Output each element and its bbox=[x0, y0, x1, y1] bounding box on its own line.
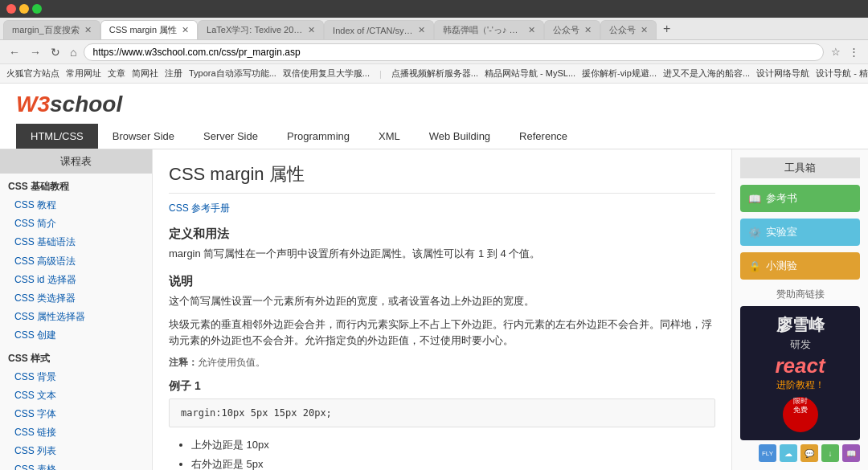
tab-1[interactable]: CSS margin 属性 ✕ bbox=[100, 20, 198, 39]
sidebar-link-css-bg[interactable]: CSS 背景 bbox=[0, 368, 152, 386]
page-title: CSS margin 属性 bbox=[169, 162, 715, 194]
new-tab-button[interactable]: + bbox=[657, 22, 677, 36]
nav-programming[interactable]: Programming bbox=[272, 124, 364, 149]
fly-icon-2[interactable]: 💬 bbox=[800, 444, 818, 462]
fly-icon-4[interactable]: 📖 bbox=[842, 444, 860, 462]
sidebar-section-css-styles: CSS 样式 bbox=[0, 345, 152, 368]
forward-button[interactable]: → bbox=[27, 46, 43, 59]
quiz-button[interactable]: 🔒 小测验 bbox=[740, 252, 860, 280]
reload-button[interactable]: ↻ bbox=[48, 46, 63, 59]
badge-text: 限时免费 bbox=[783, 397, 818, 415]
right-sidebar: 工具箱 📖 参考书 ⚙️ 实验室 🔒 小测验 赞助商链接 廖雪峰 研发 reac… bbox=[731, 149, 868, 470]
fly-icon-3[interactable]: ↓ bbox=[821, 444, 839, 462]
sidebar-link-css-id[interactable]: CSS id 选择器 bbox=[0, 271, 152, 289]
tab-2[interactable]: LaTeX学习: Texlive 2019和... ✕ bbox=[198, 20, 324, 39]
fly-icon-0[interactable]: FLY bbox=[759, 444, 776, 462]
tab-label: 公众号 bbox=[553, 24, 579, 36]
sponsor-title: 赞助商链接 bbox=[740, 288, 860, 301]
nav-reference[interactable]: Reference bbox=[505, 124, 582, 149]
tab-label: Index of /CTAN/systems/te... bbox=[333, 26, 413, 35]
bookmark-left-2[interactable]: 文章 bbox=[108, 67, 125, 80]
bookmark-left-6[interactable]: 双倍使用复旦大学服... bbox=[283, 67, 370, 80]
bookmarks-bar: 火狐官方站点 常用网址 文章 简网社 注册 Typora自动添写功能... 双倍… bbox=[0, 64, 868, 84]
nav-server-side[interactable]: Server Side bbox=[189, 124, 272, 149]
tab-3[interactable]: Index of /CTAN/systems/te... ✕ bbox=[324, 20, 434, 39]
sponsor-badge: 限时免费 bbox=[783, 397, 818, 432]
bookmark-left-5[interactable]: Typora自动添写功能... bbox=[189, 67, 276, 80]
nav-web-building[interactable]: Web Building bbox=[415, 124, 505, 149]
nav-xml[interactable]: XML bbox=[364, 124, 415, 149]
sidebar-link-css-intro[interactable]: CSS 简介 bbox=[0, 215, 152, 233]
tab-bar: margin_百度搜索 ✕ CSS margin 属性 ✕ LaTeX学习: T… bbox=[0, 18, 868, 40]
tab-5[interactable]: 公众号 ✕ bbox=[544, 20, 600, 39]
bookmark-0[interactable]: 点播视频解析服务器... bbox=[391, 67, 478, 80]
sidebar-link-css-attr[interactable]: CSS 属性选择器 bbox=[0, 308, 152, 326]
logo-school: school bbox=[50, 92, 122, 116]
toolbox-title: 工具箱 bbox=[740, 157, 860, 178]
sponsor-react: react bbox=[748, 354, 852, 378]
sidebar-link-css-table[interactable]: CSS 表格 bbox=[0, 460, 152, 470]
star-icon[interactable]: ☆ bbox=[829, 44, 843, 59]
sidebar-link-css-text[interactable]: CSS 文本 bbox=[0, 386, 152, 405]
tab-close-icon[interactable]: ✕ bbox=[308, 25, 315, 35]
main-content: CSS margin 属性 CSS 参考手册 定义和用法 margin 简写属性… bbox=[153, 149, 731, 470]
home-button[interactable]: ⌂ bbox=[68, 46, 79, 59]
bookmark-left-4[interactable]: 注册 bbox=[165, 67, 182, 80]
close-button[interactable] bbox=[6, 4, 16, 14]
window-controls[interactable] bbox=[6, 4, 42, 14]
bullet-item: 上外边距是 10px bbox=[191, 435, 715, 454]
example-1-code: margin:10px 5px 15px 20px; bbox=[169, 398, 715, 427]
bookmark-2[interactable]: 援你解析-vip规避... bbox=[582, 67, 657, 80]
sidebar-link-css-class[interactable]: CSS 类选择器 bbox=[0, 289, 152, 308]
tab-close-icon[interactable]: ✕ bbox=[84, 25, 92, 35]
tab-close-icon[interactable]: ✕ bbox=[528, 25, 535, 35]
sponsor-box[interactable]: 廖雪峰 研发 react 进阶教程！ 限时免费 bbox=[740, 306, 860, 440]
fly-icon-1[interactable]: ☁ bbox=[780, 444, 797, 462]
logo-w3: W3 bbox=[16, 92, 50, 116]
bookmark-1[interactable]: 精品网站导航 - MySL... bbox=[485, 67, 575, 80]
reference-book-button[interactable]: 📖 参考书 bbox=[740, 185, 860, 212]
maximize-button[interactable] bbox=[32, 4, 42, 14]
note-label: 注释： bbox=[169, 357, 198, 368]
sponsor-sub: 研发 bbox=[748, 337, 852, 352]
bookmark-left-1[interactable]: 常用网址 bbox=[66, 67, 101, 80]
nav-browser-side[interactable]: Browser Side bbox=[98, 124, 189, 149]
tab-0[interactable]: margin_百度搜索 ✕ bbox=[3, 20, 100, 39]
bookmark-left-3[interactable]: 简网社 bbox=[132, 67, 158, 80]
bookmark-3[interactable]: 进又不是入海的船容... bbox=[663, 67, 750, 80]
url-input[interactable] bbox=[84, 43, 824, 61]
minimize-button[interactable] bbox=[19, 4, 29, 14]
tab-close-icon[interactable]: ✕ bbox=[641, 25, 648, 35]
tab-close-icon[interactable]: ✕ bbox=[182, 25, 189, 35]
section-content-1: margin 简写属性在一个声明中设置所有外边距属性。该属性可以有 1 到 4 … bbox=[169, 246, 715, 263]
tab-label: LaTeX学习: Texlive 2019和... bbox=[207, 24, 303, 36]
site-header: W3school HTML/CSS Browser Side Server Si… bbox=[0, 84, 868, 149]
nav-html-css[interactable]: HTML/CSS bbox=[16, 124, 98, 149]
page-wrapper: W3school HTML/CSS Browser Side Server Si… bbox=[0, 84, 868, 470]
sidebar-link-css-list[interactable]: CSS 列表 bbox=[0, 442, 152, 460]
bookmark-4[interactable]: 设计网络导航 bbox=[756, 67, 809, 80]
tab-6[interactable]: 公众号 ✕ bbox=[600, 20, 657, 39]
css-reference-link[interactable]: CSS 参考手册 bbox=[169, 202, 230, 214]
back-button[interactable]: ← bbox=[6, 46, 23, 59]
sidebar-link-css-link[interactable]: CSS 链接 bbox=[0, 423, 152, 442]
example-1-bullets: 上外边距是 10px 右外边距是 5px 下外边距是 15px 左外边距是 20… bbox=[169, 435, 715, 470]
flyout-icons: FLY ☁ 💬 ↓ 📖 bbox=[759, 444, 860, 462]
sidebar-link-css-syntax[interactable]: CSS 基础语法 bbox=[0, 233, 152, 251]
site-nav: HTML/CSS Browser Side Server Side Progra… bbox=[16, 124, 852, 149]
bookmark-left-0[interactable]: 火狐官方站点 bbox=[6, 67, 59, 80]
lab-button[interactable]: ⚙️ 实验室 bbox=[740, 219, 860, 246]
sidebar-link-css-create[interactable]: CSS 创建 bbox=[0, 326, 152, 345]
tab-4[interactable]: 韩磊弹唱（'-'っ♪ 千千... ✕ bbox=[434, 20, 544, 39]
sidebar-link-css-advanced[interactable]: CSS 高级语法 bbox=[0, 252, 152, 271]
sidebar-link-css-font[interactable]: CSS 字体 bbox=[0, 405, 152, 423]
book-icon: 📖 bbox=[748, 193, 761, 205]
lab-label: 实验室 bbox=[766, 225, 797, 239]
reference-book-label: 参考书 bbox=[766, 191, 797, 206]
bookmark-5[interactable]: 设计导航 - 精选最好... bbox=[816, 67, 868, 80]
tab-close-icon[interactable]: ✕ bbox=[418, 25, 425, 35]
settings-icon[interactable]: ⋮ bbox=[846, 44, 862, 59]
sidebar-link-css-tutorial[interactable]: CSS 教程 bbox=[0, 196, 152, 215]
content-area: 课程表 CSS 基础教程 CSS 教程 CSS 简介 CSS 基础语法 CSS … bbox=[0, 149, 868, 470]
tab-close-icon[interactable]: ✕ bbox=[584, 25, 592, 35]
